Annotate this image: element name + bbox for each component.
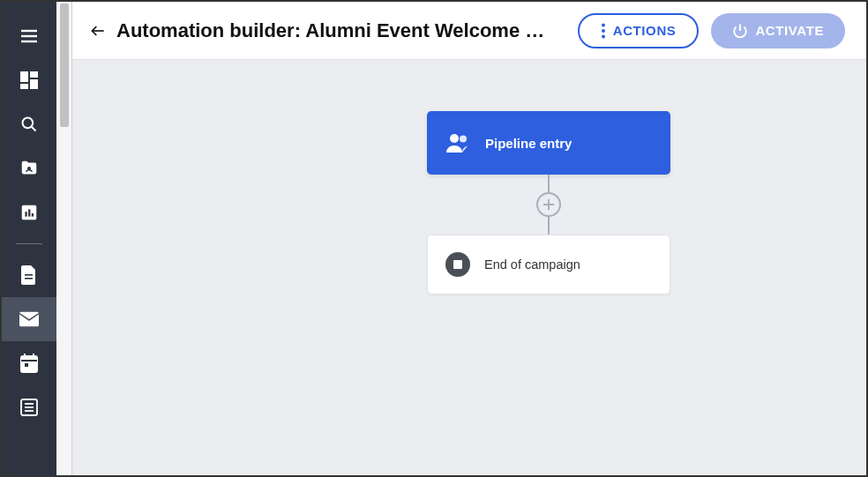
svg-rect-21 [25,363,28,367]
calendar-icon [20,354,38,373]
connector-line [548,175,550,192]
svg-rect-3 [20,71,28,82]
pipeline-entry-node[interactable]: Pipeline entry [427,111,670,175]
email-icon [19,311,39,327]
main-area: Automation builder: Alumni Event Welcome… [72,2,866,475]
stop-icon [445,252,470,277]
nav-menu[interactable] [2,14,56,58]
sidebar-divider [16,243,42,244]
flow-column: Pipeline entry End of campaign [427,111,670,294]
vertical-scrollbar[interactable] [56,2,72,475]
svg-rect-17 [21,356,37,372]
arrow-left-icon [89,22,107,40]
nav-list[interactable] [2,385,56,429]
nav-search[interactable] [2,102,56,146]
power-icon [732,23,748,39]
svg-rect-13 [32,213,34,217]
nav-calendar[interactable] [2,341,56,385]
end-of-campaign-label: End of campaign [484,257,580,272]
svg-rect-14 [25,274,33,276]
svg-point-27 [602,23,605,26]
svg-point-31 [450,134,459,143]
svg-rect-5 [30,79,38,89]
sidebar [2,2,56,475]
svg-point-29 [602,34,605,38]
svg-rect-35 [453,260,462,269]
document-icon [21,265,37,285]
plus-icon [542,198,555,211]
end-of-campaign-node[interactable]: End of campaign [427,235,670,294]
svg-line-8 [32,127,36,131]
svg-rect-15 [25,278,33,279]
svg-rect-12 [28,209,30,216]
svg-rect-4 [30,71,38,78]
activate-button[interactable]: ACTIVATE [711,13,845,48]
nav-analytics[interactable] [2,190,56,235]
nav-email[interactable] [2,297,56,341]
top-actions: ACTIONS ACTIVATE [578,13,845,48]
list-icon [20,399,38,416]
search-icon [20,116,38,133]
back-button[interactable] [86,19,109,42]
automation-canvas[interactable]: Pipeline entry End of campaign [72,60,866,475]
nav-dashboard[interactable] [2,58,56,102]
svg-rect-6 [20,84,28,89]
people-icon [445,132,471,153]
menu-icon [19,26,40,47]
connector-line [548,217,550,235]
actions-button-label: ACTIONS [613,23,677,38]
page-title: Automation builder: Alumni Event Welcome… [116,19,564,42]
activate-button-label: ACTIVATE [755,23,824,38]
svg-point-28 [602,29,605,33]
top-bar: Automation builder: Alumni Event Welcome… [72,2,866,60]
nav-documents[interactable] [2,253,56,297]
contacts-folder-icon [19,159,39,178]
dashboard-icon [20,71,38,89]
pipeline-entry-label: Pipeline entry [485,136,572,151]
add-step-button[interactable] [536,192,561,217]
scrollbar-thumb[interactable] [60,4,69,127]
bar-chart-icon [19,203,39,222]
actions-button[interactable]: ACTIONS [578,13,700,48]
svg-point-7 [23,118,34,129]
nav-contacts[interactable] [2,146,56,190]
svg-rect-11 [25,212,26,217]
svg-point-32 [460,136,467,143]
more-vertical-icon [601,23,606,39]
